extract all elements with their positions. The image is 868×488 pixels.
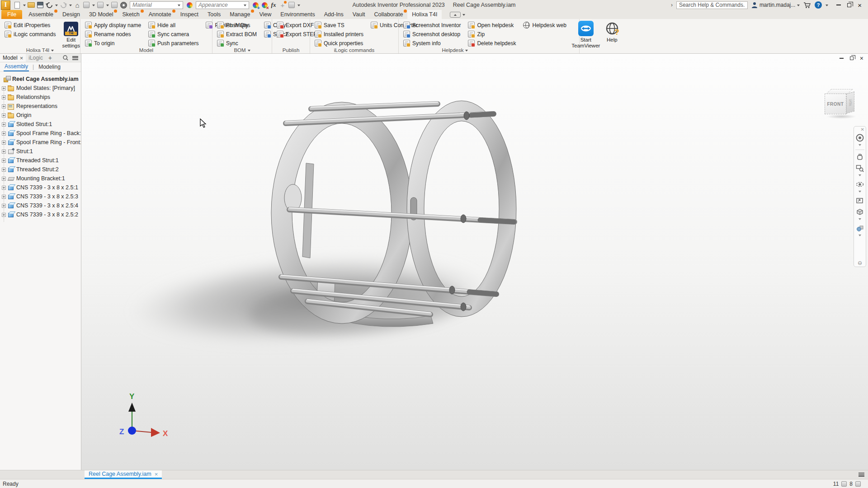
browser-tab-model[interactable]: Model× <box>0 54 26 62</box>
ribbon-button[interactable]: Installed printers <box>314 30 364 38</box>
zoom-window-icon[interactable] <box>855 163 865 174</box>
undo-icon[interactable] <box>45 1 53 9</box>
tree-item[interactable]: Mounting Bracket:1 <box>0 174 81 183</box>
helpdesk-web-button[interactable]: Helpdesk web <box>522 21 567 29</box>
fx-icon[interactable] <box>269 1 278 9</box>
tree-item[interactable]: Slotted Strut:1 <box>0 120 81 129</box>
edit-settings-button[interactable]: T4I Edit settings <box>62 22 80 49</box>
wheel-plus-icon[interactable] <box>251 1 259 9</box>
expand-icon[interactable] <box>2 122 6 127</box>
ribbon-tab[interactable]: Inspect <box>176 10 203 19</box>
help-icon[interactable]: ? <box>815 1 822 9</box>
imate-icon[interactable] <box>96 1 104 9</box>
ribbon-tab[interactable]: Vault <box>348 10 370 19</box>
dropdown-caret-icon[interactable] <box>68 1 72 9</box>
ribbon-tab[interactable]: Assemble <box>24 10 58 19</box>
navbar-close-icon[interactable]: ✕ <box>861 127 864 132</box>
dropdown-caret-icon[interactable] <box>54 1 58 9</box>
expand-icon[interactable] <box>2 113 6 117</box>
tree-item[interactable]: Relationships <box>0 93 81 102</box>
tree-item[interactable]: CNS 7339 - 3 x 8 x 2.5:1 <box>0 183 81 192</box>
subtab-assembly[interactable]: Assembly <box>4 62 29 71</box>
ribbon-button[interactable]: Sync <box>216 39 258 47</box>
expand-icon[interactable] <box>2 168 6 172</box>
tree-item[interactable]: CNS 7339 - 3 x 8 x 2.5:3 <box>0 192 81 201</box>
home-icon[interactable] <box>73 1 81 9</box>
add-tab-button[interactable]: + <box>46 54 55 61</box>
tree-item[interactable]: Spool Frame Ring - Back:1 <box>0 129 81 138</box>
expand-icon[interactable] <box>2 131 6 136</box>
panel-dropdown-icon[interactable] <box>51 50 54 53</box>
expand-icon[interactable] <box>2 177 6 181</box>
expand-icon[interactable] <box>2 195 6 199</box>
ribbon-tab[interactable]: View <box>255 10 276 19</box>
tree-item[interactable]: CNS 7339 - 3 x 8 x 2.5:4 <box>0 201 81 210</box>
expand-icon[interactable] <box>2 141 6 145</box>
ribbon-button[interactable]: iLogic commands <box>4 30 57 38</box>
save-icon[interactable] <box>36 1 44 9</box>
close-icon[interactable]: × <box>20 55 24 61</box>
ribbon-button[interactable]: Screenshot desktop <box>402 30 462 38</box>
search-input[interactable] <box>676 1 748 9</box>
ribbon-tab[interactable]: Add-Ins <box>320 10 348 19</box>
look-at-icon[interactable] <box>855 195 865 206</box>
expand-icon[interactable] <box>2 104 6 108</box>
doc-restore-button[interactable] <box>850 56 854 60</box>
quick-change-icon[interactable] <box>82 1 90 9</box>
new-file-icon[interactable] <box>13 1 21 9</box>
panel-dropdown-icon[interactable] <box>465 50 468 53</box>
tree-item[interactable]: Reel Cage Assembly.iam <box>0 75 81 84</box>
inventor-logo-icon[interactable]: I <box>1 0 10 10</box>
chevron-down-icon[interactable] <box>859 174 861 178</box>
ribbon-button[interactable]: To origin <box>84 39 142 47</box>
add-icon[interactable] <box>278 1 287 9</box>
dropdown-caret-icon[interactable] <box>91 1 95 9</box>
doc-minimize-button[interactable] <box>840 58 844 59</box>
navbar-customize-icon[interactable]: ⊖ <box>858 260 862 266</box>
document-tab[interactable]: Reel Cage Assembly.iam × <box>85 470 162 479</box>
render-icon[interactable] <box>119 1 127 9</box>
tree-item[interactable]: Model States: [Primary] <box>0 84 81 93</box>
ribbon-button[interactable]: Zip <box>467 30 517 38</box>
tree-item[interactable]: Origin <box>0 111 81 120</box>
collapse-search-icon[interactable]: › <box>671 2 673 8</box>
search-icon[interactable] <box>62 55 69 61</box>
tree-item[interactable]: Strut:1 <box>0 147 81 156</box>
redo-icon[interactable] <box>59 1 67 9</box>
ribbon-tab[interactable]: Annotate <box>144 10 176 19</box>
tab-list-menu-icon[interactable] <box>859 473 864 477</box>
tree-item[interactable]: CNS 7339 - 3 x 8 x 2.5:2 <box>0 210 81 219</box>
ribbon-tab[interactable]: Tools <box>203 10 225 19</box>
color-wheel-icon[interactable] <box>185 1 193 9</box>
pan-icon[interactable] <box>855 151 865 162</box>
ribbon-button[interactable]: Rename nodes <box>84 30 142 38</box>
3d-viewport[interactable]: × <box>81 54 868 470</box>
material-dropdown[interactable]: Material <box>130 1 183 9</box>
ribbon-button[interactable]: Save TS <box>314 21 364 29</box>
expand-icon[interactable] <box>2 204 6 208</box>
chevron-down-icon[interactable] <box>859 235 861 238</box>
appearance-dropdown[interactable]: Appearance <box>196 1 249 9</box>
restore-button[interactable] <box>847 3 851 7</box>
clipboard-icon[interactable] <box>110 1 118 9</box>
expand-icon[interactable] <box>2 186 6 190</box>
subtab-modeling[interactable]: Modeling <box>38 63 61 71</box>
ribbon-button[interactable]: Open helpdesk <box>467 21 517 29</box>
visual-style-icon[interactable] <box>855 223 865 234</box>
tree-item[interactable]: Spool Frame Ring - Front:1 <box>0 138 81 147</box>
ribbon-tab[interactable]: Holixa T4I <box>407 10 442 19</box>
ribbon-tab[interactable]: Sketch <box>118 10 144 19</box>
orbit-icon[interactable] <box>855 179 865 190</box>
browser-tab-ilogic[interactable]: iLogic <box>26 54 45 62</box>
journal-icon[interactable] <box>288 1 296 9</box>
navigation-wheel-icon[interactable] <box>855 132 865 143</box>
help-button[interactable]: Help <box>604 21 620 43</box>
ribbon-tab[interactable]: Design <box>58 10 85 19</box>
close-button[interactable]: × <box>858 2 862 9</box>
ribbon-tab[interactable]: Environments <box>276 10 319 19</box>
ribbon-tab[interactable]: Collaborate <box>369 10 407 19</box>
tree-item[interactable]: Threaded Strut:1 <box>0 156 81 165</box>
ribbon-button[interactable]: Extract BOM <box>216 30 258 38</box>
chevron-down-icon[interactable] <box>859 191 861 194</box>
expand-icon[interactable] <box>2 159 6 163</box>
